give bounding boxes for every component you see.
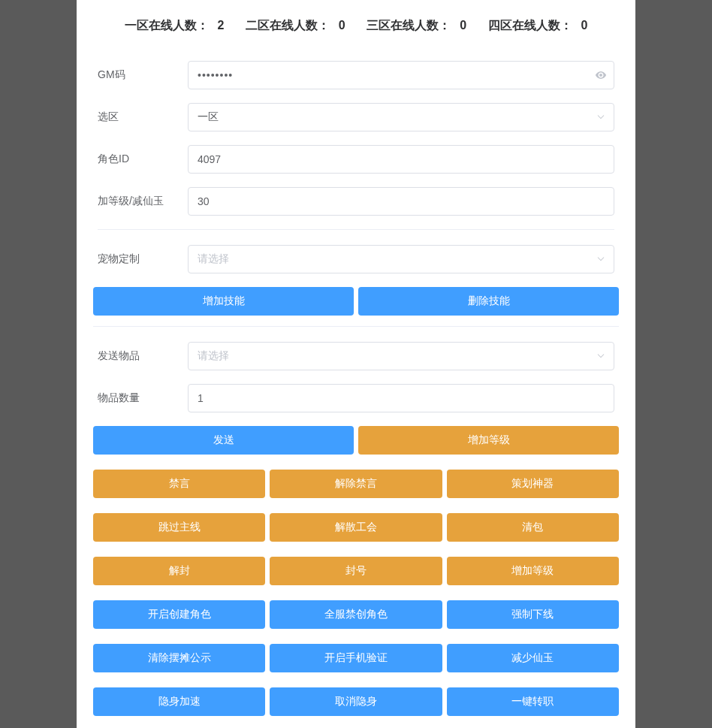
eye-icon[interactable] (595, 69, 607, 81)
mute-button[interactable]: 禁言 (93, 470, 265, 498)
divider (93, 326, 619, 327)
send-item-label: 发送物品 (98, 349, 188, 363)
level-label: 加等级/减仙玉 (98, 195, 188, 208)
admin-panel-card: 一区在线人数：2 二区在线人数：0 三区在线人数：0 四区在线人数：0 GM码 … (77, 0, 635, 728)
pet-custom-select[interactable]: 请选择 (188, 245, 614, 273)
unban-button[interactable]: 解封 (93, 557, 265, 585)
skip-main-button[interactable]: 跳过主线 (93, 513, 265, 542)
chevron-down-icon (596, 351, 606, 361)
disband-guild-button[interactable]: 解散工会 (270, 513, 442, 542)
stealth-speed-button[interactable]: 隐身加速 (93, 687, 265, 716)
item-qty-input[interactable] (188, 384, 614, 412)
chevron-down-icon (596, 254, 606, 264)
clear-bag-button[interactable]: 清包 (447, 513, 619, 542)
disable-create-role-button[interactable]: 全服禁创角色 (270, 600, 442, 629)
zone-select-label: 选区 (98, 110, 188, 124)
zone1-stat: 一区在线人数：2 (120, 19, 229, 32)
add-skill-button[interactable]: 增加技能 (93, 287, 354, 316)
role-id-input[interactable] (188, 145, 614, 174)
gm-code-input[interactable] (188, 61, 614, 89)
zone3-stat: 三区在线人数：0 (362, 19, 471, 32)
force-offline-button[interactable]: 强制下线 (447, 600, 619, 629)
zone2-stat: 二区在线人数：0 (241, 19, 350, 32)
pet-custom-label: 宠物定制 (98, 252, 188, 266)
gm-code-label: GM码 (98, 68, 188, 82)
unmute-button[interactable]: 解除禁言 (270, 470, 442, 498)
ban-button[interactable]: 封号 (270, 557, 442, 585)
enable-phone-verify-button[interactable]: 开启手机验证 (270, 644, 442, 672)
enable-create-role-button[interactable]: 开启创建角色 (93, 600, 265, 629)
zone4-stat: 四区在线人数：0 (484, 19, 593, 32)
zone-select-value: 一区 (198, 110, 219, 124)
send-item-select[interactable]: 请选择 (188, 342, 614, 370)
level-input[interactable] (188, 187, 614, 216)
add-level-2-button[interactable]: 增加等级 (447, 557, 619, 585)
planner-artifact-button[interactable]: 策划神器 (447, 470, 619, 498)
add-level-button[interactable]: 增加等级 (358, 426, 619, 455)
delete-skill-button[interactable]: 删除技能 (358, 287, 619, 316)
cancel-stealth-button[interactable]: 取消隐身 (270, 687, 442, 716)
divider (98, 229, 614, 230)
online-stats-header: 一区在线人数：2 二区在线人数：0 三区在线人数：0 四区在线人数：0 (93, 18, 619, 34)
chevron-down-icon (596, 112, 606, 122)
send-item-placeholder: 请选择 (198, 349, 229, 363)
send-button[interactable]: 发送 (93, 426, 354, 455)
role-id-label: 角色ID (98, 153, 188, 166)
item-qty-label: 物品数量 (98, 391, 188, 405)
pet-custom-placeholder: 请选择 (198, 252, 229, 266)
reduce-xianyu-button[interactable]: 减少仙玉 (447, 644, 619, 672)
one-click-job-button[interactable]: 一键转职 (447, 687, 619, 716)
clear-stall-notice-button[interactable]: 清除摆摊公示 (93, 644, 265, 672)
zone-select[interactable]: 一区 (188, 103, 614, 131)
